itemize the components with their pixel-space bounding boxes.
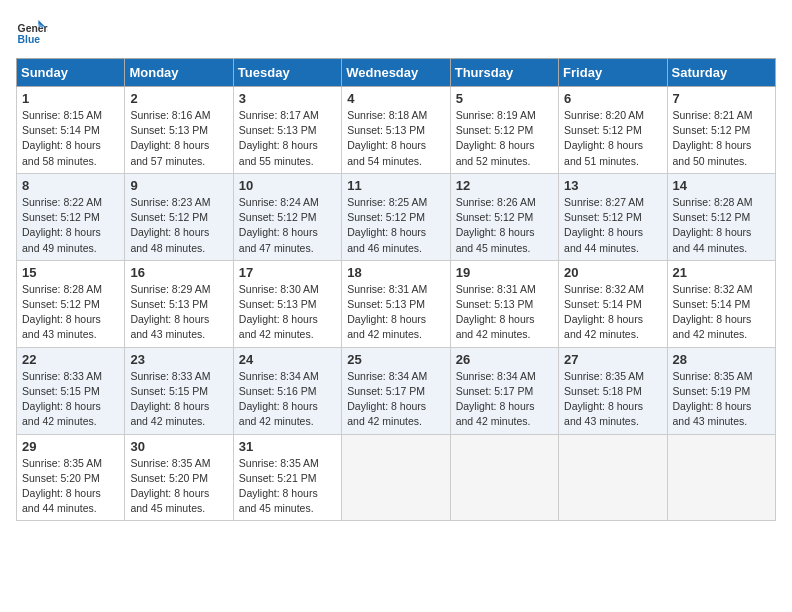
daylight-label: Daylight: 8 hours and 55 minutes. bbox=[239, 139, 318, 166]
day-info: Sunrise: 8:35 AM Sunset: 5:19 PM Dayligh… bbox=[673, 369, 770, 430]
calendar-cell: 30 Sunrise: 8:35 AM Sunset: 5:20 PM Dayl… bbox=[125, 434, 233, 521]
sunrise-label: Sunrise: 8:33 AM bbox=[22, 370, 102, 382]
sunset-label: Sunset: 5:15 PM bbox=[130, 385, 208, 397]
calendar-week-row: 1 Sunrise: 8:15 AM Sunset: 5:14 PM Dayli… bbox=[17, 87, 776, 174]
calendar-cell: 1 Sunrise: 8:15 AM Sunset: 5:14 PM Dayli… bbox=[17, 87, 125, 174]
daylight-label: Daylight: 8 hours and 58 minutes. bbox=[22, 139, 101, 166]
calendar-cell: 14 Sunrise: 8:28 AM Sunset: 5:12 PM Dayl… bbox=[667, 173, 775, 260]
day-info: Sunrise: 8:34 AM Sunset: 5:16 PM Dayligh… bbox=[239, 369, 336, 430]
daylight-label: Daylight: 8 hours and 45 minutes. bbox=[130, 487, 209, 514]
calendar-cell: 25 Sunrise: 8:34 AM Sunset: 5:17 PM Dayl… bbox=[342, 347, 450, 434]
day-number: 19 bbox=[456, 265, 553, 280]
day-info: Sunrise: 8:35 AM Sunset: 5:18 PM Dayligh… bbox=[564, 369, 661, 430]
calendar-cell: 23 Sunrise: 8:33 AM Sunset: 5:15 PM Dayl… bbox=[125, 347, 233, 434]
calendar-cell: 9 Sunrise: 8:23 AM Sunset: 5:12 PM Dayli… bbox=[125, 173, 233, 260]
day-info: Sunrise: 8:18 AM Sunset: 5:13 PM Dayligh… bbox=[347, 108, 444, 169]
day-info: Sunrise: 8:33 AM Sunset: 5:15 PM Dayligh… bbox=[130, 369, 227, 430]
sunrise-label: Sunrise: 8:17 AM bbox=[239, 109, 319, 121]
sunrise-label: Sunrise: 8:35 AM bbox=[239, 457, 319, 469]
day-number: 13 bbox=[564, 178, 661, 193]
day-number: 30 bbox=[130, 439, 227, 454]
weekday-header-sunday: Sunday bbox=[17, 59, 125, 87]
day-info: Sunrise: 8:22 AM Sunset: 5:12 PM Dayligh… bbox=[22, 195, 119, 256]
sunset-label: Sunset: 5:13 PM bbox=[239, 298, 317, 310]
calendar-cell bbox=[342, 434, 450, 521]
day-info: Sunrise: 8:31 AM Sunset: 5:13 PM Dayligh… bbox=[347, 282, 444, 343]
daylight-label: Daylight: 8 hours and 44 minutes. bbox=[22, 487, 101, 514]
sunrise-label: Sunrise: 8:27 AM bbox=[564, 196, 644, 208]
day-number: 3 bbox=[239, 91, 336, 106]
sunrise-label: Sunrise: 8:35 AM bbox=[564, 370, 644, 382]
day-info: Sunrise: 8:21 AM Sunset: 5:12 PM Dayligh… bbox=[673, 108, 770, 169]
sunrise-label: Sunrise: 8:24 AM bbox=[239, 196, 319, 208]
sunset-label: Sunset: 5:13 PM bbox=[347, 298, 425, 310]
calendar-cell: 24 Sunrise: 8:34 AM Sunset: 5:16 PM Dayl… bbox=[233, 347, 341, 434]
daylight-label: Daylight: 8 hours and 54 minutes. bbox=[347, 139, 426, 166]
daylight-label: Daylight: 8 hours and 48 minutes. bbox=[130, 226, 209, 253]
sunrise-label: Sunrise: 8:21 AM bbox=[673, 109, 753, 121]
sunset-label: Sunset: 5:17 PM bbox=[456, 385, 534, 397]
daylight-label: Daylight: 8 hours and 42 minutes. bbox=[564, 313, 643, 340]
day-number: 11 bbox=[347, 178, 444, 193]
day-info: Sunrise: 8:29 AM Sunset: 5:13 PM Dayligh… bbox=[130, 282, 227, 343]
day-info: Sunrise: 8:34 AM Sunset: 5:17 PM Dayligh… bbox=[347, 369, 444, 430]
calendar-cell: 21 Sunrise: 8:32 AM Sunset: 5:14 PM Dayl… bbox=[667, 260, 775, 347]
sunrise-label: Sunrise: 8:28 AM bbox=[673, 196, 753, 208]
sunset-label: Sunset: 5:12 PM bbox=[673, 124, 751, 136]
sunset-label: Sunset: 5:13 PM bbox=[456, 298, 534, 310]
daylight-label: Daylight: 8 hours and 42 minutes. bbox=[347, 313, 426, 340]
day-number: 1 bbox=[22, 91, 119, 106]
sunset-label: Sunset: 5:12 PM bbox=[673, 211, 751, 223]
calendar-cell: 22 Sunrise: 8:33 AM Sunset: 5:15 PM Dayl… bbox=[17, 347, 125, 434]
day-number: 4 bbox=[347, 91, 444, 106]
calendar-cell: 27 Sunrise: 8:35 AM Sunset: 5:18 PM Dayl… bbox=[559, 347, 667, 434]
day-number: 14 bbox=[673, 178, 770, 193]
day-number: 8 bbox=[22, 178, 119, 193]
day-info: Sunrise: 8:16 AM Sunset: 5:13 PM Dayligh… bbox=[130, 108, 227, 169]
calendar-cell: 17 Sunrise: 8:30 AM Sunset: 5:13 PM Dayl… bbox=[233, 260, 341, 347]
sunrise-label: Sunrise: 8:34 AM bbox=[239, 370, 319, 382]
day-info: Sunrise: 8:32 AM Sunset: 5:14 PM Dayligh… bbox=[564, 282, 661, 343]
weekday-header-friday: Friday bbox=[559, 59, 667, 87]
daylight-label: Daylight: 8 hours and 44 minutes. bbox=[564, 226, 643, 253]
calendar-cell: 11 Sunrise: 8:25 AM Sunset: 5:12 PM Dayl… bbox=[342, 173, 450, 260]
weekday-header-tuesday: Tuesday bbox=[233, 59, 341, 87]
sunset-label: Sunset: 5:14 PM bbox=[673, 298, 751, 310]
daylight-label: Daylight: 8 hours and 43 minutes. bbox=[130, 313, 209, 340]
sunset-label: Sunset: 5:14 PM bbox=[564, 298, 642, 310]
day-number: 2 bbox=[130, 91, 227, 106]
calendar-cell: 8 Sunrise: 8:22 AM Sunset: 5:12 PM Dayli… bbox=[17, 173, 125, 260]
page-header: General Blue bbox=[16, 16, 776, 48]
weekday-header-row: SundayMondayTuesdayWednesdayThursdayFrid… bbox=[17, 59, 776, 87]
calendar-cell: 2 Sunrise: 8:16 AM Sunset: 5:13 PM Dayli… bbox=[125, 87, 233, 174]
logo-icon: General Blue bbox=[16, 16, 48, 48]
sunrise-label: Sunrise: 8:25 AM bbox=[347, 196, 427, 208]
weekday-header-saturday: Saturday bbox=[667, 59, 775, 87]
sunrise-label: Sunrise: 8:34 AM bbox=[456, 370, 536, 382]
daylight-label: Daylight: 8 hours and 52 minutes. bbox=[456, 139, 535, 166]
sunrise-label: Sunrise: 8:28 AM bbox=[22, 283, 102, 295]
sunset-label: Sunset: 5:12 PM bbox=[456, 211, 534, 223]
sunset-label: Sunset: 5:13 PM bbox=[239, 124, 317, 136]
day-number: 23 bbox=[130, 352, 227, 367]
calendar-cell: 19 Sunrise: 8:31 AM Sunset: 5:13 PM Dayl… bbox=[450, 260, 558, 347]
day-info: Sunrise: 8:28 AM Sunset: 5:12 PM Dayligh… bbox=[673, 195, 770, 256]
daylight-label: Daylight: 8 hours and 51 minutes. bbox=[564, 139, 643, 166]
daylight-label: Daylight: 8 hours and 42 minutes. bbox=[347, 400, 426, 427]
sunset-label: Sunset: 5:13 PM bbox=[130, 298, 208, 310]
calendar-cell bbox=[559, 434, 667, 521]
calendar-week-row: 8 Sunrise: 8:22 AM Sunset: 5:12 PM Dayli… bbox=[17, 173, 776, 260]
calendar-cell: 10 Sunrise: 8:24 AM Sunset: 5:12 PM Dayl… bbox=[233, 173, 341, 260]
daylight-label: Daylight: 8 hours and 43 minutes. bbox=[673, 400, 752, 427]
daylight-label: Daylight: 8 hours and 42 minutes. bbox=[239, 313, 318, 340]
day-info: Sunrise: 8:23 AM Sunset: 5:12 PM Dayligh… bbox=[130, 195, 227, 256]
daylight-label: Daylight: 8 hours and 44 minutes. bbox=[673, 226, 752, 253]
sunrise-label: Sunrise: 8:16 AM bbox=[130, 109, 210, 121]
calendar-week-row: 29 Sunrise: 8:35 AM Sunset: 5:20 PM Dayl… bbox=[17, 434, 776, 521]
weekday-header-thursday: Thursday bbox=[450, 59, 558, 87]
day-info: Sunrise: 8:35 AM Sunset: 5:21 PM Dayligh… bbox=[239, 456, 336, 517]
day-number: 29 bbox=[22, 439, 119, 454]
calendar-cell bbox=[450, 434, 558, 521]
day-info: Sunrise: 8:27 AM Sunset: 5:12 PM Dayligh… bbox=[564, 195, 661, 256]
calendar-table: SundayMondayTuesdayWednesdayThursdayFrid… bbox=[16, 58, 776, 521]
